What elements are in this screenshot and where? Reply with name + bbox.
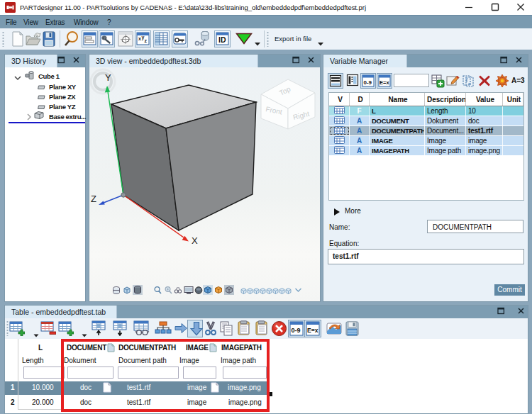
svg-text:z: z	[145, 38, 148, 43]
svg-text:0-9: 0-9	[364, 79, 372, 86]
svg-text:ID: ID	[218, 35, 226, 44]
svg-text:x: x	[138, 36, 141, 41]
svg-text:Y: Y	[105, 72, 111, 83]
svg-text:Z: Z	[91, 194, 96, 204]
svg-text:X: X	[192, 235, 198, 246]
svg-text:E=x: E=x	[307, 327, 318, 334]
svg-text:0-9: 0-9	[292, 327, 301, 334]
svg-text:E=x: E=x	[379, 79, 389, 86]
